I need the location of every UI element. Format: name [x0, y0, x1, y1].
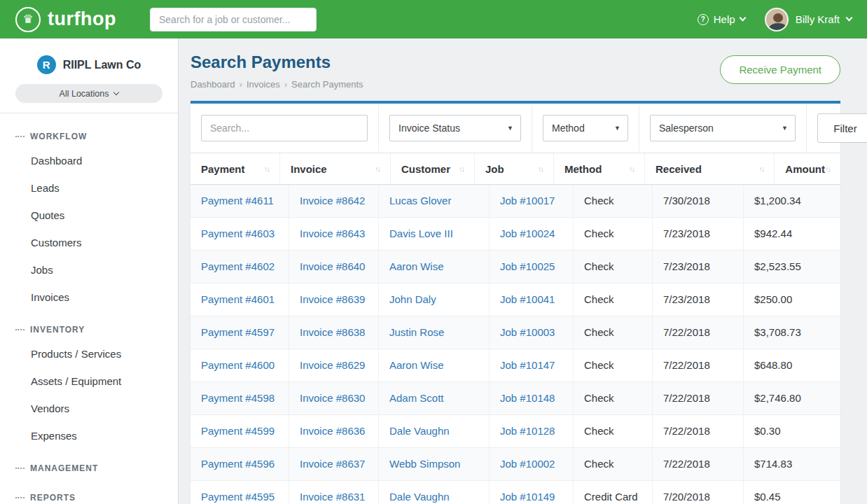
sidebar-nav-label: Invoices: [31, 291, 69, 303]
job-link[interactable]: Job #10017: [490, 185, 574, 217]
job-link[interactable]: Job #10002: [490, 448, 574, 480]
amount-cell: $2,746.80: [744, 382, 840, 414]
sidebar-nav-entry: MANAGEMENT: [0, 449, 178, 479]
payment-link[interactable]: Payment #4601: [190, 284, 289, 316]
received-cell: 7/22/2018: [653, 415, 744, 447]
invoice-link[interactable]: Invoice #8638: [289, 316, 379, 349]
receive-payment-button[interactable]: Receive Payment: [720, 55, 840, 84]
method-select[interactable]: Method ▼: [543, 115, 628, 141]
column-header[interactable]: Payment ↑↓: [190, 153, 280, 184]
chevron-down-icon: [113, 90, 119, 95]
column-header[interactable]: Job ↑↓: [475, 153, 554, 184]
received-cell: 7/22/2018: [653, 382, 744, 414]
customer-link[interactable]: Dale Vaughn: [379, 415, 490, 447]
breadcrumb-item[interactable]: Dashboard: [190, 79, 242, 90]
customer-link[interactable]: Lucas Glover: [379, 185, 490, 217]
user-menu[interactable]: Billy Kraft: [765, 8, 852, 31]
customer-link[interactable]: Davis Love III: [379, 218, 490, 250]
sidebar-nav-entry[interactable]: Leads: [0, 174, 178, 202]
breadcrumb-item[interactable]: Search Payments: [291, 79, 363, 90]
filter-button[interactable]: Filter: [817, 113, 867, 143]
column-header[interactable]: Method ↑↓: [554, 153, 645, 184]
main-content: Search Payments Dashboard Invoices Searc…: [179, 38, 867, 504]
app-logo[interactable]: ♛ turfhop: [15, 7, 116, 32]
job-link[interactable]: Job #10148: [490, 382, 574, 414]
table-row: Payment #4601 Invoice #8639 John Daly Jo…: [190, 284, 840, 316]
invoice-status-select[interactable]: Invoice Status ▼: [389, 115, 521, 141]
job-link[interactable]: Job #10147: [490, 349, 574, 382]
customer-link[interactable]: Aaron Wise: [379, 349, 490, 382]
received-cell: 7/20/2018: [653, 481, 744, 504]
sidebar-nav-label: Expenses: [31, 430, 77, 442]
payments-card: Invoice Status ▼ Method ▼ Salesperson ▼: [190, 101, 840, 504]
sidebar-nav-entry[interactable]: Quotes: [0, 202, 178, 229]
help-question-icon: ?: [698, 14, 709, 25]
received-cell: 7/22/2018: [653, 448, 744, 480]
sidebar-nav-entry[interactable]: Invoices: [0, 284, 178, 311]
column-header[interactable]: Received ↑↓: [645, 153, 775, 184]
sidebar-nav-entry[interactable]: Customers: [0, 229, 178, 256]
payment-link[interactable]: Payment #4599: [190, 415, 289, 447]
method-cell: Check: [574, 382, 653, 414]
amount-cell: $0.30: [744, 415, 840, 447]
caret-down-icon: ▼: [782, 125, 788, 132]
column-header[interactable]: Invoice ↑↓: [280, 153, 391, 184]
payment-link[interactable]: Payment #4597: [190, 316, 289, 349]
job-link[interactable]: Job #10041: [490, 284, 574, 316]
customer-link[interactable]: Justin Rose: [379, 316, 490, 349]
sidebar-nav-entry[interactable]: Jobs: [0, 256, 178, 284]
invoice-link[interactable]: Invoice #8639: [289, 284, 379, 316]
invoice-link[interactable]: Invoice #8640: [289, 251, 379, 283]
payment-link[interactable]: Payment #4602: [190, 251, 289, 283]
invoice-link[interactable]: Invoice #8629: [289, 349, 379, 382]
column-header[interactable]: Amount ↑↓: [775, 153, 840, 184]
help-menu[interactable]: ? Help: [698, 13, 745, 25]
amount-cell: $714.83: [744, 448, 840, 480]
customer-link[interactable]: John Daly: [379, 284, 490, 316]
payment-link[interactable]: Payment #4596: [190, 448, 289, 480]
invoice-link[interactable]: Invoice #8631: [289, 481, 379, 504]
job-link[interactable]: Job #10149: [490, 481, 574, 504]
invoice-link[interactable]: Invoice #8643: [289, 218, 379, 250]
customer-link[interactable]: Webb Simpson: [379, 448, 490, 480]
amount-cell: $648.80: [744, 349, 840, 382]
invoice-link[interactable]: Invoice #8642: [289, 185, 379, 217]
user-name: Billy Kraft: [796, 13, 840, 25]
salesperson-select[interactable]: Salesperson ▼: [650, 115, 796, 141]
sidebar-nav-label: REPORTS: [30, 493, 76, 503]
global-search-input[interactable]: [150, 8, 317, 31]
payment-link[interactable]: Payment #4600: [190, 349, 289, 382]
sidebar-nav-entry[interactable]: Assets / Equipment: [0, 368, 178, 395]
column-header-label: Method: [564, 163, 602, 175]
company-name: RIIPL Lawn Co: [63, 59, 141, 71]
payment-link[interactable]: Payment #4603: [190, 218, 289, 250]
invoice-link[interactable]: Invoice #8636: [289, 415, 379, 447]
breadcrumb-item[interactable]: Invoices: [247, 79, 287, 90]
customer-link[interactable]: Dale Vaughn: [379, 481, 490, 504]
customer-link[interactable]: Adam Scott: [379, 382, 490, 414]
customer-link[interactable]: Aaron Wise: [379, 251, 490, 283]
job-link[interactable]: Job #10025: [490, 251, 574, 283]
payment-link[interactable]: Payment #4611: [190, 185, 289, 217]
sidebar-nav-entry[interactable]: Products / Services: [0, 340, 178, 368]
sidebar-nav: WORKFLOW Dashboard Leads Quotes: [0, 113, 178, 504]
table-row: Payment #4600 Invoice #8629 Aaron Wise J…: [190, 349, 840, 382]
sidebar-nav-entry[interactable]: Dashboard: [0, 147, 178, 174]
column-header[interactable]: Customer ↑↓: [391, 153, 475, 184]
sidebar-nav-entry[interactable]: Expenses: [0, 422, 178, 449]
invoice-link[interactable]: Invoice #8630: [289, 382, 379, 414]
invoice-link[interactable]: Invoice #8637: [289, 448, 379, 480]
payment-link[interactable]: Payment #4598: [190, 382, 289, 414]
table-row: Payment #4596 Invoice #8637 Webb Simpson…: [190, 448, 840, 481]
turfhop-crown-icon: ♛: [15, 7, 41, 32]
job-link[interactable]: Job #10128: [490, 415, 574, 447]
all-locations-dropdown[interactable]: All Locations: [15, 84, 162, 103]
job-link[interactable]: Job #10003: [490, 316, 574, 349]
payment-link[interactable]: Payment #4595: [190, 481, 289, 504]
table-search-input[interactable]: [201, 115, 368, 141]
table-row: Payment #4597 Invoice #8638 Justin Rose …: [190, 316, 840, 349]
job-link[interactable]: Job #10024: [490, 218, 574, 250]
sidebar-nav-label: WORKFLOW: [30, 132, 87, 141]
sidebar-nav-entry[interactable]: Vendors: [0, 395, 178, 422]
breadcrumb: Dashboard Invoices Search Payments: [190, 79, 363, 90]
